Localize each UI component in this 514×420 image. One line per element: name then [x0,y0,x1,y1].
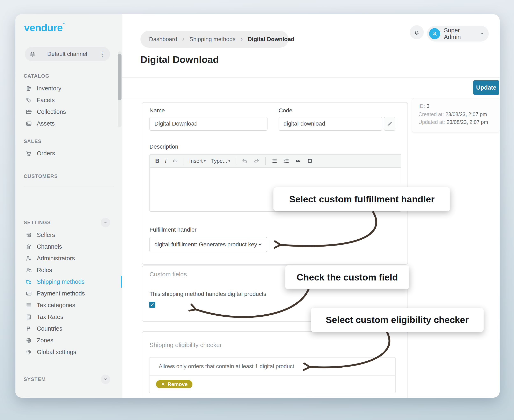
undo-icon [241,158,248,164]
users-icon [26,267,32,273]
link-button[interactable] [172,158,178,164]
annotation-fulfillment-handler: Select custom fulfillment handler [273,188,450,211]
edit-code-button[interactable] [384,117,395,131]
name-input[interactable]: Digital Download [149,117,268,131]
user-avatar [429,28,440,39]
name-label: Name [149,107,165,114]
insert-menu[interactable]: Insert▾ [189,158,206,164]
section-header-sales: SALES [24,138,42,144]
active-item-indicator [121,276,122,288]
sidebar-item-global-settings[interactable]: Global settings [26,349,76,355]
checkmark-icon [150,302,154,307]
sidebar-divider [24,187,114,187]
chevron-right-icon: › [182,39,184,40]
caret-down-icon: ▾ [204,159,206,163]
square-icon [307,158,313,164]
chevron-up-icon [103,220,108,225]
toolbar-separator [236,157,236,165]
gear-icon [26,349,32,355]
layers-icon [29,51,36,57]
sidebar-item-payment-methods[interactable]: Payment methods [26,290,85,297]
list-icon [26,302,32,308]
sidebar-item-shipping-methods[interactable]: Shipping methods [26,278,84,285]
user-name-label: Super Admin [444,27,476,40]
sidebar-item-collections[interactable]: Collections [26,108,66,115]
bold-button[interactable]: B [155,158,159,164]
redo-icon [253,158,260,164]
user-menu[interactable]: Super Admin [427,26,489,42]
fulfillment-handler-select[interactable]: digital-fulfillment: Generates product k… [149,237,267,252]
sidebar-item-facets[interactable]: Facets [26,97,55,104]
meta-updated: Updated at:23/08/23, 2:07 pm [418,119,488,125]
eligibility-box-divider [149,375,396,376]
credit-card-icon [26,290,32,297]
settings-collapse-button[interactable] [101,218,110,227]
channel-label: Default channel [36,51,99,57]
notifications-button[interactable] [410,25,424,39]
annotation-eligibility-checker: Select custom eligibility checker [311,308,483,332]
undo-button[interactable] [241,158,248,164]
calculator-icon [26,314,32,320]
chevron-right-icon: › [240,39,243,40]
sidebar-item-assets[interactable]: Assets [26,120,55,127]
code-label: Code [279,107,292,114]
section-header-customers: CUSTOMERS [24,173,58,179]
store-icon [26,232,32,238]
digital-products-checkbox[interactable] [149,302,155,308]
sidebar-item-roles[interactable]: Roles [26,267,52,273]
fulfillment-handler-label: Fulfillment handler [149,226,197,233]
sidebar-scrollbar-thumb[interactable] [118,54,122,100]
breadcrumb-current: Digital Download [248,36,294,43]
section-header-system: SYSTEM [24,376,46,382]
sidebar-item-countries[interactable]: Countries [26,325,62,332]
bullet-list-button[interactable] [271,158,277,164]
type-menu[interactable]: Type...▾ [211,158,230,164]
flag-icon [26,325,32,332]
sidebar-item-channels[interactable]: Channels [26,243,62,250]
eligibility-title: Shipping eligibility checker [149,342,222,348]
blockquote-button[interactable] [295,158,301,164]
folder-icon [26,108,32,115]
system-expand-button[interactable] [101,375,110,384]
sidebar-item-orders[interactable]: Orders [26,150,55,157]
link-icon [172,158,178,164]
user-icon [431,30,438,37]
code-input[interactable]: digital-download [279,117,382,131]
chevron-down-icon [103,377,108,382]
page-background: vendure° Default channel ⋮ CATALOG Inven… [0,0,514,420]
header-divider [122,77,500,78]
chevron-down-icon [257,242,263,248]
app-window: vendure° Default channel ⋮ CATALOG Inven… [15,14,500,398]
layers-icon [26,243,32,250]
caret-down-icon: ▾ [228,159,230,163]
sidebar-item-tax-rates[interactable]: Tax Rates [26,314,63,320]
kebab-menu-icon[interactable]: ⋮ [99,51,106,57]
sidebar-item-sellers[interactable]: Sellers [26,232,55,238]
chevron-down-icon [479,31,485,36]
image-placeholder-button[interactable] [307,158,313,164]
editor-toolbar: B I Insert▾ Type...▾ [150,155,401,168]
vendure-logo: vendure° [24,22,65,34]
sidebar-item-tax-categories[interactable]: Tax categories [26,302,75,309]
breadcrumb: Dashboard › Shipping methods › Digital D… [140,31,288,48]
sidebar-item-inventory[interactable]: Inventory [26,85,61,92]
remove-checker-button[interactable]: ✕ Remove [156,380,192,388]
cart-icon [26,150,32,157]
sidebar-item-administrators[interactable]: Administrators [26,255,75,262]
image-icon [26,120,32,127]
channel-switcher[interactable]: Default channel ⋮ [25,47,110,61]
breadcrumb-shipping-methods[interactable]: Shipping methods [189,36,235,43]
redo-button[interactable] [253,158,260,164]
eligibility-value: Allows only orders that contain at least… [159,363,294,370]
update-button[interactable]: Update [473,80,499,95]
ordered-list-button[interactable] [283,158,290,164]
italic-button[interactable]: I [165,158,167,164]
meta-id: ID:3 [418,103,430,109]
globe-icon [26,337,32,344]
section-header-settings: SETTINGS [24,220,51,225]
breadcrumb-dashboard[interactable]: Dashboard [149,36,177,43]
inventory-icon [26,85,32,92]
bullet-list-icon [271,158,277,164]
sidebar-item-zones[interactable]: Zones [26,337,54,344]
ordered-list-icon [283,158,290,164]
